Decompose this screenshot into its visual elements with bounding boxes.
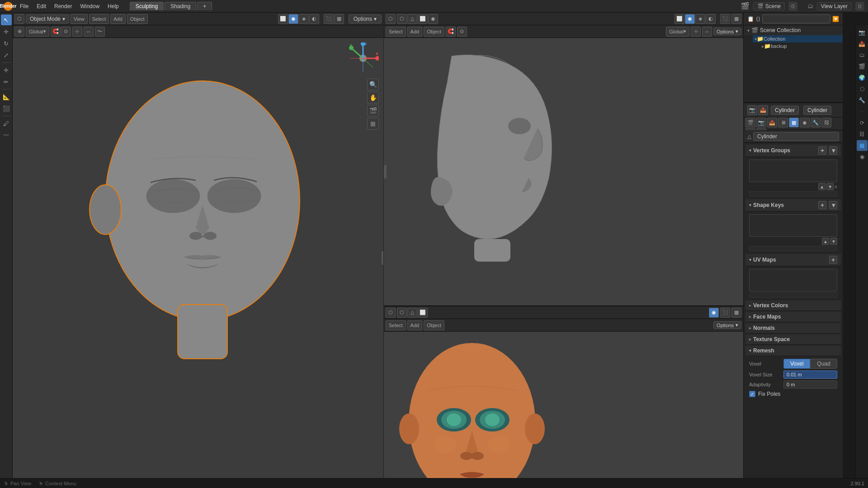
prop-material-icon[interactable]: ◉ [800, 117, 810, 127]
rt-icon3[interactable]: ⬜ [418, 14, 428, 24]
tab-scene[interactable]: 🎬 [857, 61, 868, 72]
rb-icon2[interactable]: △ [407, 308, 417, 318]
rb-options-btn[interactable]: Options ▾ [713, 321, 741, 329]
menu-edit[interactable]: Edit [33, 2, 50, 10]
right-editor-icon[interactable]: ⬡ [386, 14, 396, 24]
toolbar-sculpt-smooth[interactable]: 〰 [1, 130, 12, 141]
prop-data-icon[interactable]: ▦ [789, 117, 799, 127]
material-icon[interactable]: ◈ [299, 14, 309, 24]
vg-up-btn[interactable]: ▲ [818, 183, 826, 190]
uv-maps-header[interactable]: ▾ UV Maps + [745, 254, 841, 266]
scene-collection-item[interactable]: ▾ 🎬 Scene Collection [744, 25, 843, 35]
blender-logo[interactable]: Blender [4, 2, 13, 11]
rb-shading[interactable]: ◉ [709, 308, 719, 318]
snap-icon[interactable]: 🧲 [51, 27, 61, 37]
gizmo-widget[interactable]: X Y Z [347, 42, 379, 74]
rt-add-btn[interactable]: Add [407, 27, 423, 37]
tab-shading[interactable]: Shading [165, 2, 196, 10]
prop-scene-icon[interactable]: 🎬 [745, 117, 755, 127]
rt-mat[interactable]: ◈ [695, 14, 705, 24]
tab-render[interactable]: 📷 [857, 27, 868, 38]
menu-window[interactable]: Window [76, 2, 103, 10]
tab-world[interactable]: 🌍 [857, 72, 868, 83]
xray-icon[interactable]: ▦ [334, 14, 344, 24]
magnify-btn[interactable]: 🔍 [367, 79, 379, 90]
tab-constraints[interactable]: ⛓ [857, 129, 868, 140]
rb-overlay[interactable]: ⬛ [720, 308, 730, 318]
rt-global-btn[interactable]: Global ▾ [666, 27, 689, 37]
rt-snap2[interactable]: ⊹ [691, 27, 701, 37]
vg-scroll-bar[interactable] [749, 191, 837, 197]
solid-icon[interactable]: ◉ [288, 14, 298, 24]
rt-icon4[interactable]: ◉ [428, 14, 438, 24]
rb-object-btn[interactable]: Object [424, 320, 444, 330]
rt-wire[interactable]: ⬜ [675, 14, 684, 24]
rb-select-btn[interactable]: Select [386, 320, 406, 330]
sk-scroll-bar[interactable] [749, 246, 837, 251]
rb-xray[interactable]: ▦ [731, 308, 741, 318]
rt-icon2[interactable]: △ [407, 14, 417, 24]
add-menu-btn[interactable]: Add [110, 14, 126, 24]
remesh-voxel-btn[interactable]: Voxel [783, 359, 810, 369]
vg-down-btn[interactable]: ▼ [826, 183, 834, 190]
toolbar-sculpt-draw[interactable]: 🖊 [1, 118, 12, 129]
prop-icon-output[interactable]: 📤 [758, 105, 768, 115]
vertex-groups-header[interactable]: ▾ Vertex Groups + ▾ [745, 145, 841, 157]
shape-keys-menu-btn[interactable]: ▾ [829, 201, 837, 209]
global-orientation[interactable]: Global ▾ [26, 27, 49, 37]
scene-icon[interactable]: 🎬 [741, 2, 750, 10]
right-top-canvas[interactable] [384, 38, 743, 305]
face-maps-header[interactable]: ▸ Face Maps [745, 312, 841, 322]
rt-solid[interactable]: ◉ [685, 14, 695, 24]
menu-render[interactable]: Render [51, 2, 75, 10]
vg-extra-btn[interactable]: ≡ [835, 184, 837, 189]
tab-physics[interactable]: ⟳ [857, 117, 868, 128]
view-layer-icon[interactable]: 🗂 [807, 3, 813, 9]
view-layer-controls[interactable]: ⟨⟩ [855, 2, 864, 11]
sk-down-btn[interactable]: ▼ [830, 238, 837, 245]
snap-target-icon[interactable]: ⊹ [72, 27, 82, 37]
tab-output[interactable]: 📤 [857, 38, 868, 49]
fix-poles-checkbox[interactable]: ✓ [749, 391, 755, 397]
mesh-name-dropdown[interactable]: Cylinder [753, 132, 839, 141]
left-viewport-canvas[interactable]: X Y Z [13, 38, 383, 478]
prop-render-icon[interactable]: 📷 [756, 117, 766, 127]
rt-xray[interactable]: ▦ [731, 14, 741, 24]
outliner-search[interactable] [762, 14, 830, 23]
rt-icon1[interactable]: ⬡ [397, 14, 407, 24]
rb-editor-icon[interactable]: ⬡ [386, 308, 396, 318]
rendered-icon[interactable]: ◐ [309, 14, 319, 24]
tab-data[interactable]: ▦ [857, 140, 868, 151]
rb-icon1[interactable]: ⬡ [397, 308, 407, 318]
rt-select-btn[interactable]: Select [386, 27, 406, 37]
extra-transforms-icon[interactable]: 〜 [95, 27, 105, 37]
shape-keys-header[interactable]: ▾ Shape Keys + ▾ [745, 199, 841, 211]
tab-modifier[interactable]: 🔧 [857, 95, 868, 106]
prop-output-icon[interactable]: 📤 [767, 117, 777, 127]
options-btn[interactable]: Options ▾ [349, 14, 382, 23]
right-panel-handle[interactable] [384, 165, 387, 178]
vertex-colors-header[interactable]: ▸ Vertex Colors [745, 300, 841, 311]
toolbar-rotate[interactable]: ↻ [1, 38, 12, 49]
rt-options-btn[interactable]: Options ▾ [713, 28, 741, 35]
backup-item[interactable]: ▸ 📁 backup [760, 42, 843, 50]
tab-particles[interactable]: · [857, 106, 868, 117]
prop-constraint-icon[interactable]: ⛓ [821, 117, 831, 127]
toolbar-select[interactable]: ↖ [1, 14, 12, 25]
tab-sculpting[interactable]: Sculpting [130, 2, 164, 10]
menu-help[interactable]: Help [104, 2, 123, 10]
uv-maps-add-btn[interactable]: + [829, 256, 837, 264]
select-menu-btn[interactable]: Select [89, 14, 109, 24]
toolbar-scale[interactable]: ⤢ [1, 50, 12, 61]
tab-add[interactable]: + [197, 2, 212, 10]
proportional-edit-icon[interactable]: ⊙ [61, 27, 71, 37]
toolbar-measure[interactable]: 📐 [1, 91, 12, 102]
rt-render[interactable]: ◐ [706, 14, 716, 24]
editor-type-icon[interactable]: ⬡ [14, 14, 24, 24]
voxel-size-input[interactable]: 0.01 m [783, 371, 837, 379]
toolbar-transform[interactable]: ✛ [1, 65, 12, 75]
tab-view-layer[interactable]: 🗂 [857, 50, 868, 61]
uv-scroll-bar[interactable] [749, 292, 837, 298]
rt-snap-icon[interactable]: 🧲 [446, 27, 456, 37]
prop-modifier-icon[interactable]: 🔧 [811, 117, 821, 127]
